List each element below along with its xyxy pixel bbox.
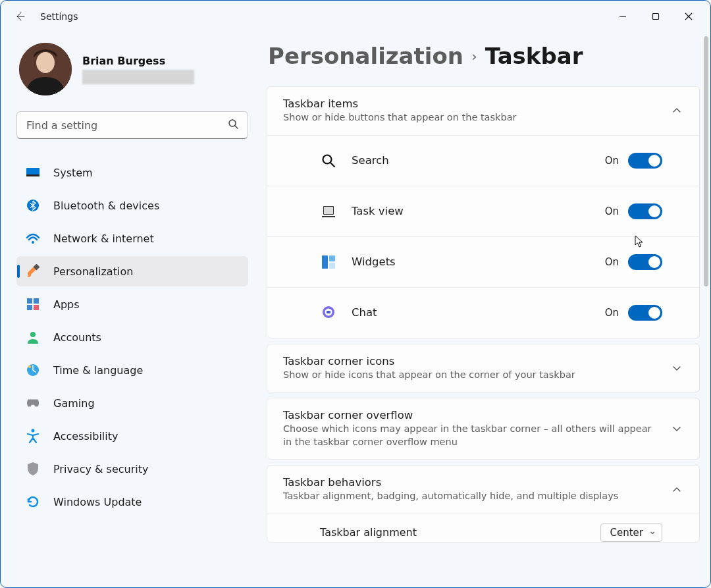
- row-label: Widgets: [352, 255, 605, 268]
- chat-toggle[interactable]: [628, 305, 662, 321]
- nav-apps[interactable]: Apps: [16, 289, 248, 319]
- nav-gaming[interactable]: Gaming: [16, 388, 248, 418]
- svg-rect-1: [653, 14, 659, 20]
- bluetooth-icon: [26, 198, 40, 213]
- shield-icon: [26, 462, 40, 476]
- maximize-button[interactable]: [639, 4, 672, 29]
- nav-label: System: [53, 167, 93, 179]
- alignment-dropdown[interactable]: Center: [600, 523, 663, 542]
- nav-personalization[interactable]: Personalization: [16, 256, 248, 286]
- nav-network[interactable]: Network & internet: [16, 223, 248, 254]
- section-corner-overflow: Taskbar corner overflow Choose which ico…: [267, 398, 700, 460]
- section-behaviors: Taskbar behaviors Taskbar alignment, bad…: [267, 465, 700, 543]
- taskview-icon: [320, 203, 337, 220]
- toggle-state: On: [605, 307, 619, 319]
- taskview-toggle[interactable]: [628, 203, 662, 219]
- svg-rect-25: [322, 216, 335, 217]
- row-alignment: Taskbar alignment Center: [267, 514, 699, 542]
- svg-rect-13: [27, 298, 32, 304]
- chevron-right-icon: ›: [471, 48, 477, 65]
- widgets-icon: [320, 254, 337, 271]
- nav-privacy[interactable]: Privacy & security: [16, 454, 248, 484]
- nav-label: Accessibility: [53, 430, 118, 442]
- search-toggle[interactable]: [628, 153, 662, 169]
- accessibility-icon: [26, 429, 40, 443]
- row-widgets: Widgets On: [267, 236, 699, 287]
- display-icon: [26, 165, 40, 180]
- chevron-down-icon[interactable]: [670, 422, 683, 435]
- nav-list: System Bluetooth & devices Network & int…: [16, 157, 248, 517]
- nav-bluetooth[interactable]: Bluetooth & devices: [16, 190, 248, 221]
- gamepad-icon: [26, 396, 40, 410]
- section-subtitle: Show or hide buttons that appear on the …: [283, 111, 662, 124]
- nav-update[interactable]: Windows Update: [16, 487, 248, 517]
- chevron-up-icon[interactable]: [670, 483, 683, 496]
- wifi-icon: [26, 231, 40, 246]
- nav-label: Personalization: [53, 265, 133, 278]
- breadcrumb: Personalization › Taskbar: [267, 43, 701, 69]
- nav-label: Gaming: [53, 397, 95, 410]
- breadcrumb-parent[interactable]: Personalization: [268, 43, 463, 69]
- nav-system[interactable]: System: [16, 157, 248, 188]
- nav-label: Windows Update: [53, 496, 142, 508]
- user-profile[interactable]: Brian Burgess: [16, 43, 248, 95]
- toggle-state: On: [605, 256, 619, 268]
- nav-label: Apps: [53, 298, 80, 311]
- close-button[interactable]: [672, 4, 705, 29]
- search-box[interactable]: [16, 111, 248, 139]
- svg-point-17: [30, 332, 36, 337]
- scrollbar[interactable]: [701, 32, 710, 587]
- svg-rect-9: [26, 174, 40, 176]
- svg-rect-15: [27, 305, 32, 310]
- svg-rect-28: [329, 263, 335, 269]
- scroll-thumb[interactable]: [704, 36, 708, 286]
- nav-accounts[interactable]: Accounts: [16, 322, 248, 352]
- svg-point-5: [36, 52, 55, 73]
- user-name: Brian Burgess: [82, 55, 194, 67]
- svg-rect-14: [34, 298, 39, 304]
- nav-label: Network & internet: [53, 232, 154, 245]
- alignment-label: Taskbar alignment: [320, 526, 417, 539]
- row-label: Task view: [352, 205, 605, 217]
- toggle-state: On: [605, 205, 619, 217]
- svg-rect-26: [322, 255, 328, 269]
- svg-point-6: [229, 120, 236, 126]
- clock-globe-icon: [26, 363, 40, 377]
- section-header[interactable]: Taskbar corner icons Show or hide icons …: [267, 344, 699, 392]
- section-subtitle: Choose which icons may appear in the tas…: [283, 423, 662, 448]
- row-chat: Chat On: [267, 287, 699, 338]
- chevron-down-icon[interactable]: [670, 361, 683, 375]
- svg-point-20: [32, 429, 35, 433]
- person-icon: [26, 330, 40, 344]
- nav-label: Bluetooth & devices: [53, 200, 159, 212]
- svg-rect-24: [324, 207, 333, 214]
- section-title: Taskbar items: [283, 97, 662, 110]
- nav-accessibility[interactable]: Accessibility: [16, 421, 248, 451]
- breadcrumb-current: Taskbar: [485, 43, 583, 69]
- section-taskbar-items: Taskbar items Show or hide buttons that …: [267, 86, 700, 338]
- paintbrush-icon: [26, 264, 40, 279]
- toggle-state: On: [605, 155, 619, 167]
- widgets-toggle[interactable]: [628, 254, 662, 270]
- apps-icon: [26, 297, 40, 311]
- search-input[interactable]: [26, 119, 228, 132]
- section-title: Taskbar corner overflow: [283, 409, 662, 421]
- section-title: Taskbar behaviors: [283, 476, 662, 489]
- nav-label: Time & language: [53, 364, 143, 377]
- section-header[interactable]: Taskbar corner overflow Choose which ico…: [267, 398, 699, 459]
- back-button[interactable]: [14, 11, 26, 22]
- svg-rect-31: [327, 311, 330, 313]
- section-header[interactable]: Taskbar behaviors Taskbar alignment, bad…: [267, 466, 699, 514]
- svg-rect-27: [329, 255, 335, 261]
- svg-rect-16: [34, 305, 39, 310]
- minimize-button[interactable]: [606, 4, 639, 29]
- section-subtitle: Taskbar alignment, badging, automaticall…: [283, 490, 662, 503]
- user-email-redacted: [82, 70, 194, 84]
- nav-time[interactable]: Time & language: [16, 355, 248, 385]
- row-label: Chat: [352, 306, 605, 319]
- row-taskview: Task view On: [267, 186, 699, 236]
- section-header[interactable]: Taskbar items Show or hide buttons that …: [267, 87, 699, 135]
- svg-line-7: [235, 126, 238, 128]
- app-title: Settings: [40, 11, 78, 22]
- chevron-up-icon[interactable]: [670, 104, 683, 117]
